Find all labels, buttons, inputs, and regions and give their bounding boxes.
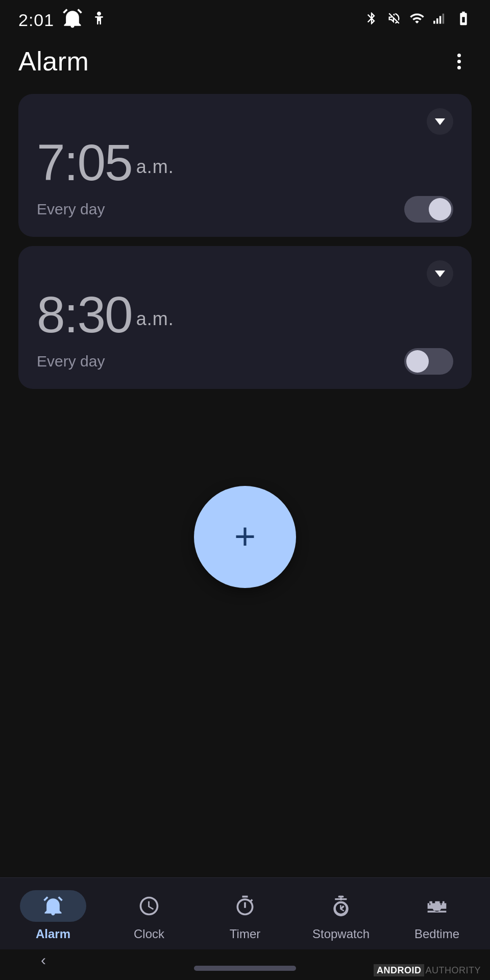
alarm-card-1[interactable]: 7:05a.m. Every day <box>18 94 472 237</box>
alarm-2-ampm: a.m. <box>136 308 174 329</box>
svg-rect-1 <box>436 18 438 24</box>
alarm-1-toggle-knob <box>429 198 451 220</box>
clock-nav-icon <box>138 895 160 917</box>
watermark: ANDROIDAUTHORITY <box>374 965 481 976</box>
alarm-card-2[interactable]: 8:30a.m. Every day <box>18 246 472 389</box>
svg-rect-0 <box>433 21 435 24</box>
back-button[interactable]: ‹ <box>41 951 46 969</box>
alarm-2-time: 8:30a.m. <box>37 289 453 340</box>
alarm-1-ampm: a.m. <box>136 156 174 177</box>
alarm-1-time: 7:05a.m. <box>37 137 453 188</box>
alarm-nav-icon-wrap <box>20 890 86 922</box>
accessibility-status-icon <box>91 10 107 30</box>
nav-item-alarm[interactable]: Alarm <box>5 890 101 941</box>
bedtime-nav-label: Bedtime <box>414 927 459 941</box>
chevron-down-icon <box>435 118 445 125</box>
alarm-1-repeat: Every day <box>37 201 105 218</box>
home-indicator <box>194 966 296 971</box>
chevron-down-icon-2 <box>435 271 445 277</box>
alarm-status-icon <box>61 7 84 33</box>
status-left: 2:01 <box>18 7 107 33</box>
status-bar: 2:01 <box>0 0 490 36</box>
timer-nav-icon-wrap <box>212 890 278 922</box>
alarm-1-toggle[interactable] <box>404 196 453 223</box>
bluetooth-icon <box>364 11 379 29</box>
alarm-1-bottom: Every day <box>37 196 453 223</box>
watermark-brand: ANDROID <box>374 964 425 976</box>
stopwatch-nav-label: Stopwatch <box>312 927 370 941</box>
signal-icon <box>433 11 447 29</box>
more-menu-button[interactable] <box>446 48 472 74</box>
svg-rect-3 <box>443 14 445 24</box>
page-title: Alarm <box>18 46 89 77</box>
timer-nav-icon <box>234 895 256 917</box>
alarm-1-time-value: 7:05 <box>37 134 132 191</box>
nav-item-clock[interactable]: Clock <box>101 890 197 941</box>
alarm-2-repeat: Every day <box>37 353 105 370</box>
status-time: 2:01 <box>18 10 54 30</box>
mute-icon <box>387 11 401 29</box>
status-right <box>364 10 472 30</box>
fab-container: + <box>0 455 490 619</box>
wifi-icon <box>409 11 425 29</box>
alarm-2-expand-button[interactable] <box>427 260 453 287</box>
clock-nav-label: Clock <box>134 927 164 941</box>
stopwatch-nav-icon <box>330 895 352 917</box>
bedtime-nav-icon-wrap <box>404 890 470 922</box>
alarm-2-toggle[interactable] <box>404 348 453 375</box>
timer-nav-label: Timer <box>230 927 260 941</box>
svg-rect-5 <box>338 896 344 898</box>
svg-line-7 <box>341 906 344 909</box>
more-dots-icon <box>457 54 461 69</box>
alarm-nav-icon <box>42 895 64 917</box>
clock-nav-icon-wrap <box>116 890 182 922</box>
battery-icon <box>455 10 472 30</box>
svg-rect-2 <box>439 16 442 23</box>
alarm-2-bottom: Every day <box>37 348 453 375</box>
alarm-nav-label: Alarm <box>36 927 70 941</box>
nav-item-bedtime[interactable]: Bedtime <box>389 890 485 941</box>
add-alarm-button[interactable]: + <box>194 486 296 588</box>
bedtime-nav-icon <box>426 895 448 917</box>
alarm-1-expand-button[interactable] <box>427 108 453 135</box>
app-header: Alarm <box>0 36 490 89</box>
nav-item-stopwatch[interactable]: Stopwatch <box>293 890 389 941</box>
alarm-2-time-value: 8:30 <box>37 286 132 343</box>
alarm-card-1-top <box>37 108 453 135</box>
alarm-card-2-top <box>37 260 453 287</box>
nav-item-timer[interactable]: Timer <box>197 890 293 941</box>
watermark-suffix: AUTHORITY <box>425 965 481 975</box>
alarms-list: 7:05a.m. Every day 8:30a.m. Every day <box>0 89 490 394</box>
bottom-navigation: Alarm Clock Timer Stopw <box>0 877 490 949</box>
add-icon: + <box>234 518 256 554</box>
alarm-2-toggle-knob <box>406 350 429 373</box>
stopwatch-nav-icon-wrap <box>308 890 374 922</box>
